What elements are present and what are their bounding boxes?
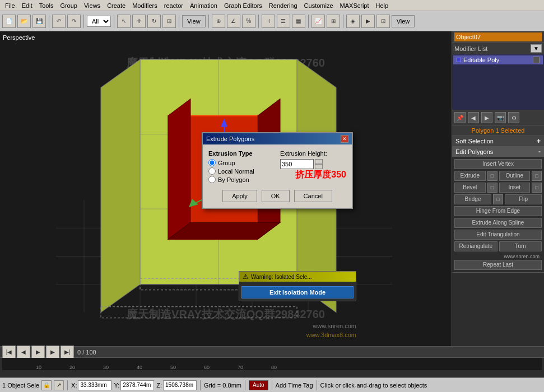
object-name-input[interactable] (454, 32, 542, 41)
toolbar-snap[interactable]: ⊕ (212, 15, 225, 28)
menu-tools[interactable]: Tools (36, 2, 57, 10)
toolbar-undo[interactable]: ↶ (52, 15, 66, 28)
soft-selection-header[interactable]: Soft Selection + (452, 136, 544, 146)
lock-button[interactable]: 🔒 (41, 380, 52, 390)
timeline-start[interactable]: |◀ (2, 346, 16, 359)
timeline-play[interactable]: ▶ (31, 346, 45, 359)
turn-button[interactable]: Turn (499, 241, 542, 251)
toolbar-new[interactable]: 📄 (2, 15, 16, 28)
toolbar-render[interactable]: ▶ (361, 15, 375, 28)
modifier-list-dropdown[interactable]: ▼ (531, 44, 542, 53)
menu-edit[interactable]: Edit (19, 2, 35, 10)
exit-isolation-button[interactable]: Exit Isolation Mode (241, 286, 354, 298)
cancel-button[interactable]: Cancel (294, 190, 332, 202)
toolbar-save[interactable]: 💾 (32, 15, 46, 28)
panel-icon-pin[interactable]: 📌 (454, 112, 466, 123)
inset-button[interactable]: Inset (499, 183, 531, 193)
toolbar-percent-snap[interactable]: % (242, 15, 255, 28)
viewport[interactable]: Perspective 魔天制造VRAY技术交流QQ群29842760 魔天制造… (0, 31, 452, 346)
x-value[interactable]: 33.333mm (78, 380, 111, 390)
radio-by-polygon-input[interactable] (208, 176, 216, 183)
flip-button[interactable]: Flip (505, 194, 542, 204)
timeline-track[interactable]: 10 20 30 40 50 60 70 80 (2, 358, 542, 370)
panel-icon-camera[interactable]: 📷 (495, 112, 506, 123)
status-sep5 (317, 380, 317, 390)
extrude-along-spline-button[interactable]: Extrude Along Spline (454, 218, 542, 228)
apply-button[interactable]: Apply (222, 190, 257, 202)
toolbar-scale[interactable]: ⊡ (162, 15, 176, 28)
z-value[interactable]: 1506.738m (163, 380, 197, 390)
edit-polygons-header[interactable]: Edit Polygons - (452, 147, 544, 157)
toolbar-layer[interactable]: ▦ (292, 15, 305, 28)
toolbar-move[interactable]: ✛ (132, 15, 146, 28)
modifier-editable-poly[interactable]: Editable Poly (453, 55, 543, 64)
object-name-bar (452, 31, 544, 43)
bevel-settings-button[interactable]: □ (487, 183, 497, 193)
menu-reactor[interactable]: reactor (161, 2, 186, 10)
y-label: Y: (114, 382, 119, 389)
panel-icon-settings[interactable]: ⚙ (508, 112, 519, 123)
menu-graph-editors[interactable]: Graph Editors (221, 2, 265, 10)
height-spinner-down[interactable]: ▼ (315, 164, 323, 169)
toolbar-schematic[interactable]: ⊞ (327, 15, 340, 28)
radio-group[interactable]: Group (208, 159, 275, 166)
extrude-button[interactable]: Extrude (454, 171, 486, 181)
menu-customize[interactable]: Customize (301, 2, 336, 10)
radio-local-normal[interactable]: Local Normal (208, 167, 275, 175)
panel-icon-next[interactable]: ▶ (481, 112, 492, 123)
toolbar-mirror[interactable]: ⊣ (262, 15, 275, 28)
timeline-next[interactable]: ▶ (46, 346, 59, 359)
panel-icon-prev[interactable]: ◀ (468, 112, 479, 123)
toolbar-align[interactable]: ☰ (277, 15, 290, 28)
radio-by-polygon[interactable]: By Polygon (208, 176, 275, 183)
toolbar-select[interactable]: ↖ (117, 15, 131, 28)
edit-triangulation-button[interactable]: Edit Triangulation (454, 230, 542, 240)
filter-dropdown[interactable]: All (87, 16, 111, 27)
hinge-from-edge-button[interactable]: Hinge From Edge (454, 206, 542, 216)
object-select-label: 1 Object Sele (2, 382, 39, 389)
mark-20: 20 (69, 365, 75, 370)
arrow-button[interactable]: ↗ (54, 380, 64, 390)
menu-rendering[interactable]: Rendering (266, 2, 300, 10)
menu-maxscript[interactable]: MAXScript (337, 2, 372, 10)
bevel-button[interactable]: Bevel (454, 183, 486, 193)
radio-group-input[interactable] (208, 159, 216, 166)
timeline-prev[interactable]: ◀ (17, 346, 30, 359)
height-spinner-up[interactable]: ▲ (315, 159, 323, 164)
ok-button[interactable]: OK (262, 190, 290, 202)
toolbar-material[interactable]: ◈ (346, 15, 360, 28)
inset-settings-button[interactable]: □ (532, 183, 542, 193)
bridge-settings-button[interactable]: □ (493, 194, 503, 204)
svg-marker-15 (168, 99, 190, 239)
view-label2[interactable]: View (392, 15, 415, 27)
toolbar-angle-snap[interactable]: ∠ (227, 15, 240, 28)
retriangulate-button[interactable]: Retriangulate (454, 241, 497, 251)
outline-button[interactable]: Outline (499, 171, 531, 181)
toolbar-render-type[interactable]: ⊡ (376, 15, 390, 28)
menu-views[interactable]: Views (81, 2, 103, 10)
timeline-end[interactable]: ▶| (61, 346, 74, 359)
menu-modifiers[interactable]: Modifiers (129, 2, 160, 10)
menu-animation[interactable]: Animation (187, 2, 220, 10)
y-value[interactable]: 2378.744m (120, 380, 154, 390)
menu-file[interactable]: File (2, 2, 18, 10)
outline-settings-button[interactable]: □ (532, 171, 542, 181)
view-label[interactable]: View (182, 15, 206, 27)
extrude-settings-button[interactable]: □ (487, 171, 497, 181)
right-panel: Modifier List ▼ Editable Poly 📌 ◀ ▶ 📷 ⚙ … (452, 31, 544, 346)
toolbar-redo[interactable]: ↷ (67, 15, 81, 28)
toolbar-open[interactable]: 📂 (17, 15, 31, 28)
repeat-last-button[interactable]: Repeat Last (454, 260, 542, 270)
menu-help[interactable]: Help (373, 2, 392, 10)
insert-vertex-button[interactable]: Insert Vertex (454, 159, 542, 169)
dialog-titlebar[interactable]: Extrude Polygons ✕ (203, 133, 352, 144)
toolbar-rotate[interactable]: ↻ (147, 15, 161, 28)
height-input-field[interactable] (280, 159, 314, 169)
menu-create[interactable]: Create (104, 2, 128, 10)
bridge-button[interactable]: Bridge (454, 194, 491, 204)
toolbar-curve-editor[interactable]: 📈 (311, 15, 325, 28)
dialog-close-button[interactable]: ✕ (341, 135, 348, 143)
menu-group[interactable]: Group (57, 2, 80, 10)
auto-key-button[interactable]: Auto (249, 380, 268, 390)
radio-local-normal-input[interactable] (208, 167, 216, 175)
